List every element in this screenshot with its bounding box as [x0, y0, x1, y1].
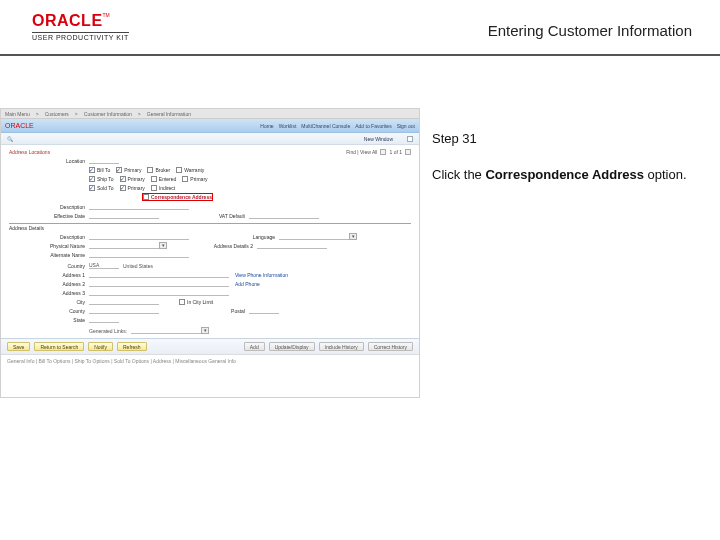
refresh-button[interactable]: Refresh — [117, 342, 147, 351]
label-physical: Physical Nature — [9, 243, 89, 249]
correcthistory-button[interactable]: Correct History — [368, 342, 413, 351]
label-country: Country — [9, 263, 89, 269]
oracle-logo: ORACLETM USER PRODUCTIVITY KIT — [32, 12, 129, 41]
label-addr1: Address 1 — [9, 272, 89, 278]
logo-tm: TM — [103, 12, 110, 18]
language-dropdown-icon[interactable]: ▾ — [349, 233, 357, 240]
field-physical[interactable] — [89, 242, 159, 249]
toolbar-newwindow[interactable]: New Window — [364, 136, 393, 142]
field-location[interactable] — [89, 157, 119, 164]
crumb-1[interactable]: Customers — [45, 111, 69, 117]
instruction-pre: Click the — [432, 167, 485, 182]
field-language[interactable] — [279, 233, 349, 240]
notify-button[interactable]: Notify — [88, 342, 113, 351]
label-addr2: Address 2 — [9, 281, 89, 287]
check-broker[interactable]: Broker — [147, 167, 170, 173]
add-button[interactable]: Add — [244, 342, 265, 351]
check-primary3[interactable]: Primary — [120, 185, 145, 191]
nav-findview[interactable]: Find | View All — [346, 149, 377, 155]
link-signout[interactable]: Sign out — [397, 123, 415, 129]
genlinks-dropdown-icon[interactable]: ▾ — [201, 327, 209, 334]
link-multichannel[interactable]: MultiChannel Console — [301, 123, 350, 129]
check-incitylimit[interactable]: In City Limit — [179, 299, 213, 305]
includehistory-button[interactable]: Include History — [319, 342, 364, 351]
check-primary4[interactable]: Primary — [182, 176, 207, 182]
app-logo: ORACLE — [5, 122, 34, 129]
save-button[interactable]: Save — [7, 342, 30, 351]
crumb-0[interactable]: Main Menu — [5, 111, 30, 117]
physical-dropdown-icon[interactable]: ▾ — [159, 242, 167, 249]
label-vat: VAT Default — [179, 213, 249, 219]
label-effdate: Effective Date — [9, 213, 89, 219]
label-county: County — [9, 308, 89, 314]
app-titlebar: ORACLE Home Worklist MultiChannel Consol… — [1, 119, 419, 133]
nav-first-icon[interactable] — [380, 149, 386, 155]
top-links: Home Worklist MultiChannel Console Add t… — [260, 123, 415, 129]
instruction-text: Click the Correspondence Address option. — [432, 166, 692, 184]
toolbar-search-icon[interactable]: 🔍 — [7, 136, 13, 142]
label-description: Description — [9, 204, 89, 210]
page-title: Entering Customer Information — [488, 22, 692, 39]
field-county[interactable] — [89, 307, 159, 314]
field-city[interactable] — [89, 298, 159, 305]
page-header: ORACLETM USER PRODUCTIVITY KIT Entering … — [0, 0, 720, 56]
field-vat[interactable] — [249, 212, 319, 219]
link-view-phone[interactable]: View Phone Information — [235, 272, 288, 278]
app-screenshot: Main Menu> Customers> Customer Informati… — [0, 108, 420, 398]
field-country[interactable]: USA — [89, 262, 119, 269]
field-description[interactable] — [89, 203, 189, 210]
label-altdetails: Address Details 2 — [187, 243, 257, 249]
check-warranty[interactable]: Warranty — [176, 167, 204, 173]
field-addr2[interactable] — [89, 280, 229, 287]
field-effdate[interactable] — [89, 212, 159, 219]
link-home[interactable]: Home — [260, 123, 273, 129]
nav-last-icon[interactable] — [405, 149, 411, 155]
check-indirect[interactable]: Indirect — [151, 185, 175, 191]
field-altdetails[interactable] — [257, 242, 327, 249]
check-primary1[interactable]: Primary — [116, 167, 141, 173]
label-state: State — [9, 317, 89, 323]
step-label: Step 31 — [432, 130, 692, 148]
field-altname[interactable] — [89, 251, 189, 258]
field-state[interactable] — [89, 316, 119, 323]
check-soldto[interactable]: Sold To — [89, 185, 114, 191]
label-city: City — [9, 299, 89, 305]
link-add-phone[interactable]: Add Phone — [235, 281, 260, 287]
action-bar: Save Return to Search Notify Refresh Add… — [1, 338, 419, 354]
label-language: Language — [209, 234, 279, 240]
label-generated-links: Generated Links: — [89, 328, 127, 334]
label-addr3: Address 3 — [9, 290, 89, 296]
record-nav: Find | View All 1 of 1 — [346, 149, 411, 155]
check-shipto[interactable]: Ship To — [89, 176, 114, 182]
crumb-3[interactable]: General Information — [147, 111, 191, 117]
crumb-2[interactable]: Customer Information — [84, 111, 132, 117]
return-button[interactable]: Return to Search — [34, 342, 84, 351]
checkbox-grid: Bill To Primary Broker Warranty — [89, 167, 411, 173]
section-address-locations: Address Locations — [9, 149, 50, 155]
instruction-panel: Step 31 Click the Correspondence Address… — [432, 130, 692, 183]
field-addr3[interactable] — [89, 289, 229, 296]
field-addr1[interactable] — [89, 271, 229, 278]
check-entered[interactable]: Entered — [151, 176, 177, 182]
check-primary2[interactable]: Primary — [120, 176, 145, 182]
logo-main: ORACLE — [32, 12, 103, 29]
section-address-details: Address Details — [9, 223, 411, 231]
instruction-post: option. — [644, 167, 687, 182]
instruction-bold: Correspondence Address — [485, 167, 643, 182]
country-display: United States — [123, 263, 153, 269]
label-altname: Alternate Name — [9, 252, 89, 258]
updatedisplay-button[interactable]: Update/Display — [269, 342, 315, 351]
field-generated-links[interactable] — [131, 327, 201, 334]
check-correspondence-address[interactable]: Correspondence Address — [143, 194, 212, 200]
toolbar-square-icon[interactable] — [407, 136, 413, 142]
toolbar: 🔍 New Window — [1, 133, 419, 145]
link-favorites[interactable]: Add to Favorites — [355, 123, 391, 129]
field-desc2[interactable] — [89, 233, 189, 240]
nav-counter: 1 of 1 — [389, 149, 402, 155]
link-worklist[interactable]: Worklist — [279, 123, 297, 129]
logo-subline: USER PRODUCTIVITY KIT — [32, 32, 129, 41]
check-billto[interactable]: Bill To — [89, 167, 110, 173]
label-desc2: Description — [9, 234, 89, 240]
field-postal[interactable] — [249, 307, 279, 314]
bottom-tabs[interactable]: General Info | Bill To Options | Ship To… — [1, 354, 419, 364]
